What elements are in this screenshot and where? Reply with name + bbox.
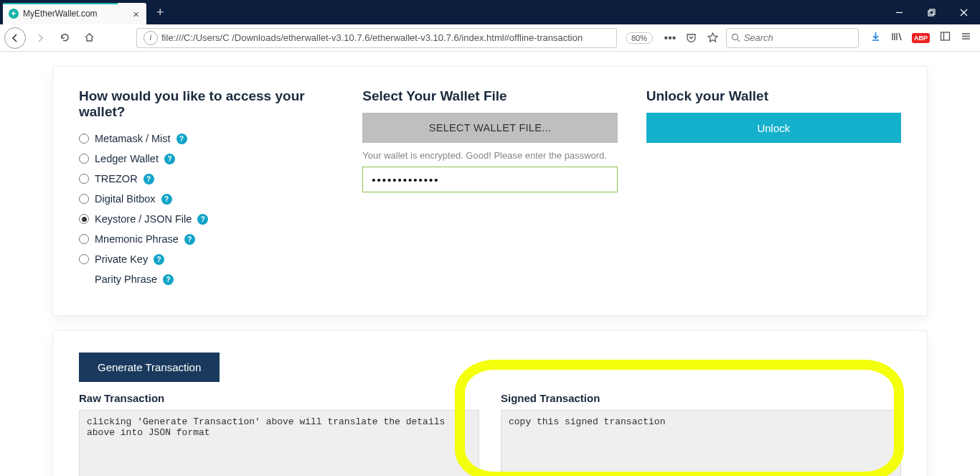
access-option-label: TREZOR [95,173,138,185]
raw-transaction-textarea[interactable]: clicking 'Generate Transaction' above wi… [79,410,479,476]
access-option-label: Metamask / Mist [95,133,171,144]
window-close-button[interactable] [948,0,980,24]
help-icon[interactable]: ? [197,214,208,225]
access-option-label: Ledger Wallet [95,153,159,164]
radio-icon [79,214,89,224]
access-option-ledger-wallet[interactable]: Ledger Wallet? [79,149,334,169]
library-icon[interactable] [891,31,902,45]
downloads-icon[interactable] [870,31,881,45]
pocket-icon[interactable] [683,32,700,43]
access-option-mnemonic-phrase[interactable]: Mnemonic Phrase? [79,229,334,249]
radio-icon [79,234,89,244]
help-icon[interactable]: ? [154,254,164,265]
help-icon[interactable]: ? [143,174,154,185]
sidebar-icon[interactable] [940,31,951,45]
page-actions-icon[interactable]: ••• [661,32,679,45]
search-icon [731,33,740,42]
svg-rect-1 [928,11,933,16]
search-box[interactable] [726,28,859,48]
window-titlebar: ✦ MyEtherWallet.com × + [0,0,980,24]
svg-line-6 [737,39,739,42]
access-option-keystore-json-file[interactable]: Keystore / JSON File? [79,209,334,229]
help-icon[interactable]: ? [163,274,174,285]
adblock-icon[interactable]: ABP [912,33,930,43]
bookmark-star-icon[interactable] [705,32,722,43]
help-icon[interactable]: ? [161,194,172,205]
back-button[interactable] [4,27,26,49]
unlock-button[interactable]: Unlock [646,113,901,143]
access-option-private-key[interactable]: Private Key? [79,249,334,269]
window-minimize-button[interactable] [883,0,915,24]
tab-title: MyEtherWallet.com [23,9,127,19]
access-option-label: Private Key [95,253,148,265]
help-icon[interactable]: ? [176,134,187,144]
browser-toolbar: i file:///C:/Users/C /Downloads/etherwal… [0,24,980,52]
window-maximize-button[interactable] [915,0,948,24]
svg-rect-2 [930,9,935,14]
radio-icon [79,194,89,204]
zoom-indicator[interactable]: 80% [626,32,653,44]
access-option-digital-bitbox[interactable]: Digital Bitbox? [79,189,334,209]
access-heading: How would you like to access your wallet… [79,88,334,120]
access-option-metamask-mist[interactable]: Metamask / Mist? [79,129,334,149]
access-option-label: Keystore / JSON File [95,213,192,225]
close-tab-icon[interactable]: × [131,7,141,21]
help-icon[interactable]: ? [164,154,175,164]
access-option-trezor[interactable]: TREZOR? [79,169,334,189]
access-option-label: Parity Phrase [95,274,157,285]
new-tab-button[interactable]: + [154,2,167,23]
signed-transaction-textarea[interactable]: copy this signed transaction [501,410,901,476]
access-option-label: Mnemonic Phrase [95,233,179,245]
page-viewport[interactable]: How would you like to access your wallet… [0,52,980,476]
password-input[interactable] [362,167,617,192]
radio-icon [79,174,89,184]
access-option-parity-phrase[interactable]: Parity Phrase? [95,269,334,289]
radio-icon [79,134,89,144]
svg-point-5 [732,34,738,40]
home-button[interactable] [79,28,99,48]
site-info-icon[interactable]: i [143,31,158,45]
unlock-heading: Unlock your Wallet [646,88,901,104]
search-input[interactable] [744,32,854,43]
transaction-card: Generate Transaction Raw Transaction cli… [52,330,928,476]
radio-icon [79,154,89,164]
url-text: file:///C:/Users/C /Downloads/etherwalle… [161,32,583,43]
access-wallet-card: How would you like to access your wallet… [52,66,928,316]
browser-tab[interactable]: ✦ MyEtherWallet.com × [3,3,146,24]
access-option-label: Digital Bitbox [95,193,156,205]
select-wallet-file-button[interactable]: SELECT WALLET FILE... [362,113,617,143]
signed-transaction-label: Signed Transaction [501,392,901,404]
raw-transaction-label: Raw Transaction [79,392,479,404]
generate-transaction-button[interactable]: Generate Transaction [79,353,220,382]
help-icon[interactable]: ? [184,234,195,245]
favicon-icon: ✦ [9,9,19,19]
radio-icon [79,254,89,264]
select-file-heading: Select Your Wallet File [362,88,617,104]
reload-button[interactable] [55,28,75,48]
menu-icon[interactable] [961,31,971,45]
address-bar[interactable]: i file:///C:/Users/C /Downloads/etherwal… [136,28,617,48]
forward-button[interactable] [30,28,50,48]
encrypted-hint: Your wallet is encrypted. Good! Please e… [362,150,617,161]
svg-rect-7 [941,32,950,40]
